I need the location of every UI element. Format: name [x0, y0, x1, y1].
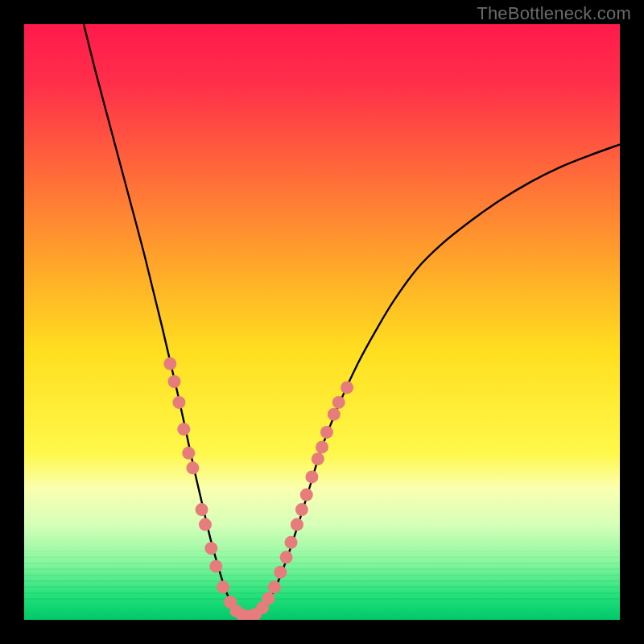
- marker-dot: [280, 551, 293, 564]
- marker-dot: [285, 536, 298, 549]
- marker-dot: [291, 518, 303, 531]
- marker-dot: [177, 423, 190, 436]
- bottleneck-chart: [24, 24, 620, 620]
- marker-dot: [217, 580, 229, 593]
- marker-dot: [186, 461, 199, 474]
- watermark-text: TheBottleneck.com: [477, 3, 631, 24]
- gradient-background: [24, 24, 620, 620]
- marker-dot: [262, 592, 275, 605]
- marker-dot: [295, 503, 308, 516]
- plot-area: [24, 24, 620, 620]
- marker-dot: [332, 396, 345, 409]
- marker-dot: [196, 503, 208, 516]
- marker-dot: [300, 489, 313, 502]
- marker-dot: [163, 357, 176, 370]
- marker-dot: [182, 447, 195, 460]
- marker-dot: [268, 580, 281, 593]
- marker-dot: [305, 470, 318, 483]
- marker-dot: [316, 440, 328, 453]
- marker-dot: [167, 375, 180, 388]
- marker-dot: [341, 381, 353, 394]
- marker-dot: [209, 559, 222, 572]
- marker-dot: [320, 426, 333, 439]
- marker-dot: [199, 518, 212, 531]
- marker-dot: [204, 542, 217, 555]
- marker-dot: [274, 566, 287, 579]
- marker-dot: [172, 396, 185, 409]
- chart-frame: TheBottleneck.com: [0, 0, 644, 644]
- marker-dot: [312, 452, 324, 465]
- marker-dot: [328, 408, 341, 421]
